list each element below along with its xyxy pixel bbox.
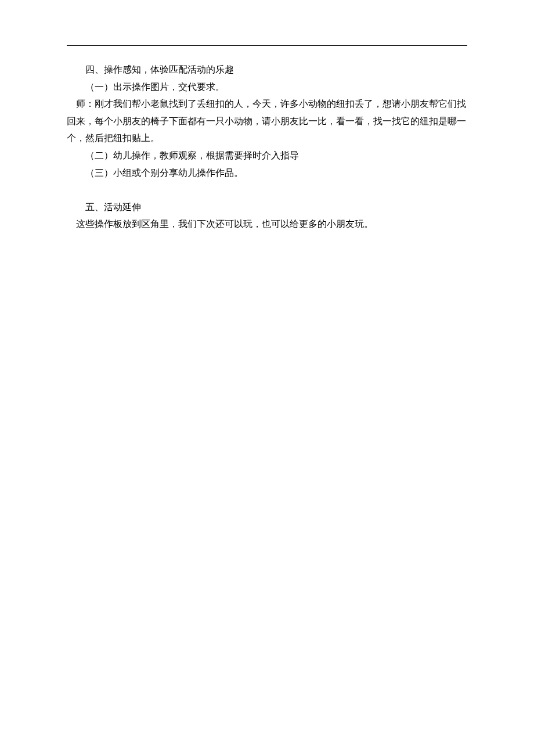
section-4-teacher-dialogue: 师：刚才我们帮小老鼠找到了丢纽扣的人，今天，许多小动物的纽扣丢了，想请小朋友帮它…	[67, 95, 467, 147]
document-body: 四、操作感知，体验匹配活动的乐趣 （一）出示操作图片，交代要求。 师：刚才我们帮…	[67, 61, 467, 233]
section-4-sub-3: （三）小组或个别分享幼儿操作作品。	[67, 164, 467, 182]
paragraph-spacer	[67, 181, 467, 199]
section-5-body: 这些操作板放到区角里，我们下次还可以玩，也可以给更多的小朋友玩。	[67, 215, 467, 233]
horizontal-rule	[67, 45, 467, 46]
section-4-sub-1: （一）出示操作图片，交代要求。	[67, 78, 467, 96]
section-5-heading: 五、活动延伸	[67, 199, 467, 216]
section-4-sub-2: （二）幼儿操作，教师观察，根据需要择时介入指导	[67, 147, 467, 164]
section-4-heading: 四、操作感知，体验匹配活动的乐趣	[67, 61, 467, 78]
